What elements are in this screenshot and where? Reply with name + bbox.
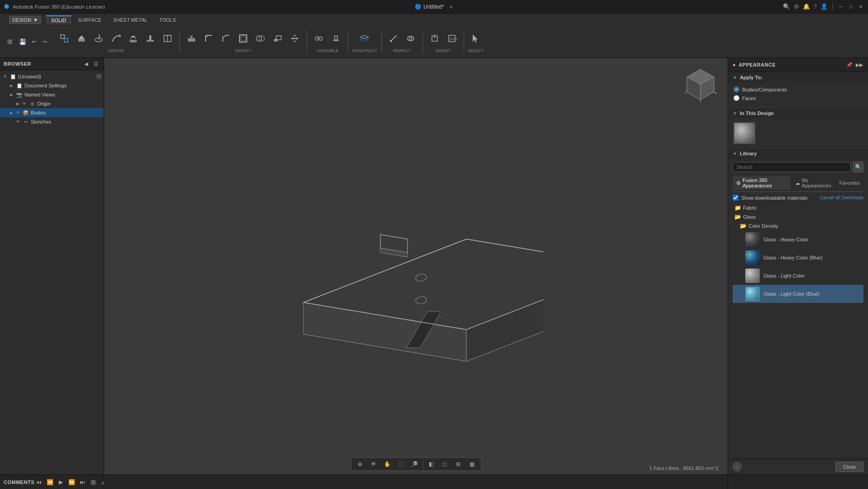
- look-at-btn[interactable]: 👁: [367, 459, 380, 470]
- ground-btn[interactable]: [328, 30, 344, 47]
- settings-icon[interactable]: ⚙: [794, 3, 799, 10]
- downloadable-label: Show downloadable materials: [741, 195, 807, 201]
- play-last-btn[interactable]: ⏭: [78, 478, 87, 487]
- inspect-group: ! INSPECT: [385, 30, 423, 53]
- maximize-btn[interactable]: □: [847, 3, 854, 10]
- color-density-folder[interactable]: 📂 Color Density: [733, 221, 863, 230]
- tab-sheet-metal[interactable]: SHEET METAL: [108, 16, 153, 24]
- joint-btn[interactable]: [311, 30, 327, 47]
- library-header[interactable]: ▼ Library: [728, 148, 868, 159]
- play-btn[interactable]: ▶: [56, 478, 65, 487]
- svg-marker-38: [433, 37, 436, 38]
- appearance-pin-btn[interactable]: 📌: [845, 61, 854, 69]
- insert-derive-btn[interactable]: [427, 30, 443, 47]
- fusion-icon: 🔵: [415, 4, 422, 10]
- search-icon[interactable]: 🔍: [783, 3, 790, 10]
- glass-heavy-item[interactable]: Glass - Heavy Color: [733, 230, 863, 249]
- revolve-btn[interactable]: [91, 30, 107, 47]
- new-component-btn[interactable]: [56, 30, 72, 47]
- browser-menu-btn[interactable]: ☰: [92, 60, 100, 68]
- notification-icon[interactable]: 🔔: [803, 3, 810, 10]
- in-design-header[interactable]: ▼ In This Design: [728, 108, 868, 119]
- browser-item-origin[interactable]: ▶ 👁 ⊕ Origin: [0, 99, 104, 108]
- add-tab-btn[interactable]: +: [450, 3, 453, 10]
- display-btn[interactable]: ▦: [465, 459, 478, 470]
- my-appearances-tab[interactable]: ☁ My Appearances: [791, 176, 835, 190]
- fabric-folder[interactable]: 📁 Fabric: [733, 203, 863, 212]
- browser-panel: BROWSER ◀ ☰ ▼ 📋 (Unsaved) + ▶ 📋 Document…: [0, 58, 104, 475]
- web-btn[interactable]: [159, 30, 176, 47]
- apply-to-header[interactable]: ▼ Apply To:: [728, 72, 868, 83]
- measure-btn[interactable]: [385, 30, 402, 47]
- svg-point-7: [129, 40, 137, 43]
- design-dropdown[interactable]: DESIGN ▼: [9, 16, 41, 24]
- glass-light-item[interactable]: Glass - Light Color: [733, 267, 863, 285]
- browser-item-sketches[interactable]: ▶ 👁 ✏ Sketches: [0, 117, 104, 126]
- browser-item-bodies[interactable]: ▶ 👁 📦 Bodies: [0, 108, 104, 117]
- extrude-btn[interactable]: [73, 30, 90, 47]
- glass-folder[interactable]: 📂 Glass: [733, 212, 863, 221]
- tab-surface[interactable]: SURFACE: [72, 16, 107, 24]
- play-prev-btn[interactable]: ⏪: [45, 478, 54, 487]
- view-mode-btn[interactable]: ◧: [425, 459, 437, 470]
- undo-btn[interactable]: ↩: [29, 37, 39, 47]
- fillet-btn[interactable]: [201, 30, 217, 47]
- press-pull-btn[interactable]: [183, 30, 200, 47]
- rib-btn[interactable]: [142, 30, 158, 47]
- offset-plane-btn[interactable]: [356, 30, 373, 47]
- loft-btn[interactable]: [125, 30, 141, 47]
- comments-title: COMMENTS: [4, 479, 34, 485]
- tab-tools[interactable]: TOOLS: [153, 16, 181, 24]
- steel-material-thumb[interactable]: [734, 122, 755, 144]
- browser-collapse-btn[interactable]: ◀: [82, 60, 90, 68]
- appearance-expand-btn[interactable]: ▶▶: [855, 61, 863, 69]
- insert-svg-btn[interactable]: SVG: [444, 30, 460, 47]
- library-section: ▼ Library 🔍 ⚙ Fusion 360 Appearances ☁ M…: [728, 148, 868, 459]
- bodies-components-radio-row: Bodies/Components: [734, 86, 863, 92]
- tab-solid[interactable]: SOLID: [46, 15, 72, 24]
- close-btn[interactable]: ✕: [857, 3, 864, 10]
- browser-item-doc-settings[interactable]: ▶ 📋 Document Settings: [0, 81, 104, 90]
- downloadable-checkbox[interactable]: [733, 195, 739, 201]
- library-search-input[interactable]: [733, 162, 851, 172]
- account-icon[interactable]: 👤: [820, 3, 828, 10]
- browser-item-named-views[interactable]: ▶ 📷 Named Views: [0, 90, 104, 99]
- grid-apps-icon[interactable]: ⊞: [4, 35, 16, 48]
- redo-btn[interactable]: ↪: [40, 37, 50, 47]
- interference-btn[interactable]: !: [403, 30, 419, 47]
- cancel-downloads-btn[interactable]: Cancel all Downloads: [820, 195, 863, 200]
- favorites-tab[interactable]: Favorites: [836, 179, 863, 187]
- chamfer-btn[interactable]: [218, 30, 234, 47]
- help-icon[interactable]: ?: [814, 3, 817, 10]
- zoom-fit-btn[interactable]: 🔎: [408, 459, 421, 470]
- scale-btn[interactable]: [269, 30, 286, 47]
- fusion360-tab[interactable]: ⚙ Fusion 360 Appearances: [733, 176, 791, 190]
- pan-btn[interactable]: ✋: [381, 459, 393, 470]
- info-btn[interactable]: i: [733, 462, 742, 471]
- combine-btn[interactable]: [252, 30, 269, 47]
- grid-btn[interactable]: ⊞: [452, 459, 465, 470]
- browser-item-unsaved[interactable]: ▼ 📋 (Unsaved) +: [0, 72, 104, 81]
- sweep-btn[interactable]: [108, 30, 124, 47]
- play-next-btn[interactable]: ⏩: [67, 478, 76, 487]
- library-search-btn[interactable]: 🔍: [853, 162, 863, 173]
- zoom-window-btn[interactable]: ⬚: [394, 459, 407, 470]
- glass-heavy-blue-item[interactable]: Glass - Heavy Color (Blue): [733, 249, 863, 267]
- viewcube[interactable]: [682, 67, 719, 103]
- shell-btn[interactable]: [235, 30, 251, 47]
- bodies-eye-icon: 👁: [14, 110, 21, 116]
- close-appearance-btn[interactable]: Close: [835, 462, 863, 472]
- visual-style-btn[interactable]: ◻: [438, 459, 451, 470]
- viewport[interactable]: ⊕ 👁 ✋ ⬚ 🔎 ◧ ◻ ⊞ ▦ 1 Face | Area : 8661.8…: [104, 58, 728, 475]
- select-btn[interactable]: [468, 30, 484, 47]
- glass-light-blue-item[interactable]: Glass - Light Color (Blue): [733, 285, 863, 303]
- comments-settings-btn[interactable]: ⊞: [89, 478, 98, 487]
- move-btn[interactable]: [287, 30, 303, 47]
- main-area: BROWSER ◀ ☰ ▼ 📋 (Unsaved) + ▶ 📋 Document…: [0, 58, 868, 475]
- save-dropdown[interactable]: 💾: [16, 35, 29, 48]
- minimize-btn[interactable]: ─: [837, 3, 844, 10]
- orbit-btn[interactable]: ⊕: [354, 459, 366, 470]
- bodies-components-radio[interactable]: [734, 86, 739, 92]
- faces-radio[interactable]: [734, 95, 739, 101]
- play-first-btn[interactable]: ⏮: [34, 478, 43, 487]
